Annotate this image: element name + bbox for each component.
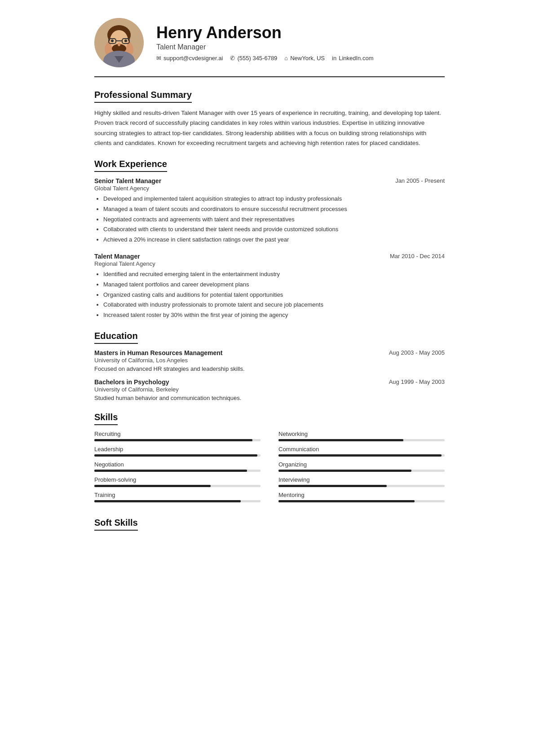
soft-skills-title: Soft Skills <box>94 518 138 531</box>
skill-item: Networking <box>278 431 445 441</box>
edu-desc-2: Studied human behavior and communication… <box>94 395 445 401</box>
job-entry-2: Talent Manager Mar 2010 - Dec 2014 Regio… <box>94 253 445 320</box>
skill-bar-fill <box>278 439 403 441</box>
education-section: Education Masters in Human Resources Man… <box>94 331 445 401</box>
skill-bar-fill <box>94 470 247 472</box>
skill-name: Organizing <box>278 461 445 468</box>
work-experience-section: Work Experience Senior Talent Manager Ja… <box>94 159 445 320</box>
skill-bar-fill <box>94 485 211 487</box>
skill-name: Mentoring <box>278 492 445 498</box>
skill-item: Interviewing <box>278 476 445 487</box>
skill-bar-bg <box>278 454 445 457</box>
job-title-1: Senior Talent Manager <box>94 177 161 185</box>
skill-bar-bg <box>278 439 445 441</box>
job-date-2: Mar 2010 - Dec 2014 <box>390 253 445 259</box>
bullet: Developed and implemented talent acquisi… <box>103 194 445 204</box>
contact-phone: ✆ (555) 345-6789 <box>230 55 277 62</box>
edu-desc-1: Focused on advanced HR strategies and le… <box>94 365 445 372</box>
summary-title: Professional Summary <box>94 90 192 103</box>
job-bullets-2: Identified and recruited emerging talent… <box>94 270 445 320</box>
summary-text: Highly skilled and results-driven Talent… <box>94 108 445 148</box>
edu-degree-1: Masters in Human Resources Management <box>94 349 223 356</box>
skill-name: Recruiting <box>94 431 261 437</box>
job-company-2: Regional Talent Agency <box>94 260 445 267</box>
bullet: Achieved a 20% increase in client satisf… <box>103 235 445 245</box>
edu-header-2: Bachelors in Psychology Aug 1999 - May 2… <box>94 378 445 386</box>
skill-item: Organizing <box>278 461 445 472</box>
skills-column-left: Recruiting Leadership Negotiation Proble… <box>94 431 261 507</box>
work-experience-title: Work Experience <box>94 159 167 172</box>
skill-name: Problem-solving <box>94 476 261 483</box>
linkedin-icon: in <box>332 55 336 62</box>
skills-grid: Recruiting Leadership Negotiation Proble… <box>94 431 445 507</box>
skill-item: Communication <box>278 446 445 457</box>
bullet: Collaborated with clients to understand … <box>103 225 445 234</box>
professional-summary-section: Professional Summary Highly skilled and … <box>94 90 445 148</box>
education-title: Education <box>94 331 138 344</box>
phone-icon: ✆ <box>230 55 235 62</box>
job-company-1: Global Talent Agency <box>94 185 445 192</box>
skill-bar-fill <box>278 485 387 487</box>
skill-bar-fill <box>94 454 257 457</box>
edu-date-2: Aug 1999 - May 2003 <box>389 378 445 385</box>
resume-header: Henry Anderson Talent Manager ✉ support@… <box>94 18 445 77</box>
job-title-2: Talent Manager <box>94 253 140 260</box>
skill-bar-bg <box>94 500 261 502</box>
skill-item: Negotiation <box>94 461 261 472</box>
svg-point-10 <box>118 43 120 46</box>
skill-bar-fill <box>278 470 411 472</box>
location-icon: ⌂ <box>284 55 288 62</box>
job-date-1: Jan 2005 - Present <box>395 177 445 184</box>
edu-school-2: University of California, Berkeley <box>94 386 445 393</box>
candidate-title: Talent Manager <box>156 43 445 51</box>
job-entry-1: Senior Talent Manager Jan 2005 - Present… <box>94 177 445 245</box>
candidate-name: Henry Anderson <box>156 24 445 42</box>
header-info: Henry Anderson Talent Manager ✉ support@… <box>156 24 445 62</box>
job-header-2: Talent Manager Mar 2010 - Dec 2014 <box>94 253 445 260</box>
skill-bar-bg <box>278 500 445 502</box>
bullet: Managed a team of talent scouts and coor… <box>103 205 445 214</box>
job-bullets-1: Developed and implemented talent acquisi… <box>94 194 445 245</box>
bullet: Collaborated with industry professionals… <box>103 300 445 310</box>
email-text: support@cvdesigner.ai <box>163 55 223 62</box>
skill-bar-fill <box>94 500 241 502</box>
skills-column-right: Networking Communication Organizing Inte… <box>278 431 445 507</box>
bullet: Increased talent roster by 30% within th… <box>103 311 445 320</box>
edu-entry-2: Bachelors in Psychology Aug 1999 - May 2… <box>94 378 445 401</box>
soft-skills-section: Soft Skills <box>94 518 445 531</box>
skill-item: Training <box>94 492 261 502</box>
bullet: Identified and recruited emerging talent… <box>103 270 445 279</box>
skill-bar-fill <box>94 439 252 441</box>
skill-name: Interviewing <box>278 476 445 483</box>
linkedin-text: LinkedIn.com <box>339 55 373 62</box>
avatar <box>94 18 144 67</box>
svg-point-9 <box>124 40 127 42</box>
edu-date-1: Aug 2003 - May 2005 <box>389 349 445 356</box>
skill-bar-bg <box>278 485 445 487</box>
location-text: NewYork, US <box>290 55 325 62</box>
skills-title: Skills <box>94 412 118 425</box>
phone-text: (555) 345-6789 <box>237 55 277 62</box>
skill-item: Recruiting <box>94 431 261 441</box>
bullet: Organized casting calls and auditions fo… <box>103 290 445 300</box>
skill-name: Leadership <box>94 446 261 453</box>
skill-bar-bg <box>94 470 261 472</box>
email-icon: ✉ <box>156 55 161 62</box>
skill-bar-fill <box>278 454 442 457</box>
skill-name: Negotiation <box>94 461 261 468</box>
job-header-1: Senior Talent Manager Jan 2005 - Present <box>94 177 445 185</box>
skill-bar-bg <box>94 485 261 487</box>
skill-bar-fill <box>278 500 415 502</box>
contact-email: ✉ support@cvdesigner.ai <box>156 55 223 62</box>
skill-name: Communication <box>278 446 445 453</box>
skill-bar-bg <box>94 439 261 441</box>
skill-item: Problem-solving <box>94 476 261 487</box>
edu-entry-1: Masters in Human Resources Management Au… <box>94 349 445 372</box>
bullet: Managed talent portfolios and career dev… <box>103 280 445 290</box>
edu-school-1: University of California, Los Angeles <box>94 357 445 364</box>
skills-section: Skills Recruiting Leadership Negotiation… <box>94 412 445 507</box>
skill-item: Mentoring <box>278 492 445 502</box>
contact-list: ✉ support@cvdesigner.ai ✆ (555) 345-6789… <box>156 55 445 62</box>
contact-linkedin: in LinkedIn.com <box>332 55 373 62</box>
skill-bar-bg <box>94 454 261 457</box>
